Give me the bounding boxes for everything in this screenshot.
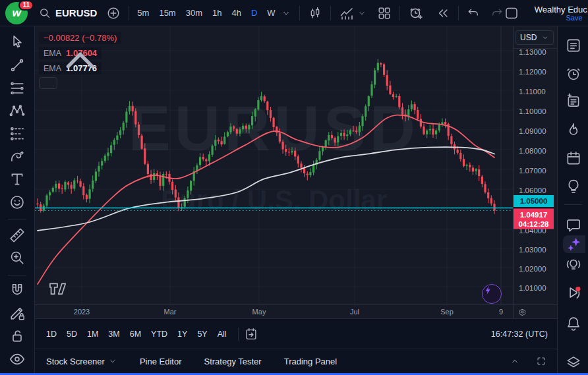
interval-5m[interactable]: 5m — [137, 8, 149, 18]
ideas-bulb-button[interactable] — [564, 177, 582, 195]
instant-trading-button[interactable] — [482, 284, 502, 304]
drawing-toolbar — [0, 26, 35, 373]
divider — [458, 6, 459, 20]
object-tree-layers-button[interactable] — [564, 353, 582, 371]
tab-trading-panel[interactable]: Trading Panel — [284, 357, 337, 366]
chart-style-icon[interactable] — [308, 6, 322, 20]
tab-stock-screener[interactable]: Stock Screener — [46, 357, 117, 366]
cursor-tool[interactable] — [8, 34, 26, 51]
price-axis[interactable]: USD 1.130001.120001.110001.100001.090001… — [513, 26, 557, 304]
chevron-up-icon — [44, 79, 53, 88]
zoom-in-tool[interactable] — [8, 249, 26, 267]
indicators-icon[interactable] — [339, 5, 355, 21]
range-3m[interactable]: 3M — [108, 330, 119, 339]
chart-pane[interactable]: EURUSD Euro / U.S. Dollar −0.00822 (−0.7… — [35, 26, 513, 304]
live-ideas-button[interactable] — [564, 255, 582, 273]
account-logo[interactable]: w 11 — [5, 2, 28, 24]
notifications-bell-icon — [565, 315, 582, 332]
streams-icon — [565, 284, 582, 301]
streams-button[interactable] — [564, 283, 582, 301]
account-name: Wealthy Educ... — [535, 5, 588, 14]
ideas-bulb-icon — [565, 178, 582, 195]
compare-add-icon[interactable] — [106, 6, 121, 20]
xabcd-pattern-tool[interactable] — [8, 102, 26, 120]
time-axis[interactable]: 2023MarMayJulSep9 — [35, 304, 513, 318]
hotlist-flame-button[interactable] — [564, 121, 582, 138]
gear-icon[interactable] — [518, 308, 527, 316]
tab-strategy-tester[interactable]: Strategy Tester — [204, 357, 261, 366]
tradingview-app: w 11 EURUSD 5m15m30m1h4hDW Wealthy Educ.… — [0, 0, 588, 375]
time-tick: Sep — [440, 308, 454, 316]
tradingview-logo[interactable] — [44, 279, 71, 298]
bar-replay-icon[interactable] — [436, 6, 450, 20]
range-6m[interactable]: 6M — [130, 330, 141, 339]
layout-grid-icon[interactable] — [377, 6, 392, 20]
range-1y[interactable]: 1Y — [177, 330, 187, 339]
account-menu[interactable]: Wealthy Educ... Save — [526, 5, 588, 22]
range-5d[interactable]: 5D — [67, 330, 77, 339]
notifications-bell-button[interactable] — [564, 314, 582, 332]
notification-badge: 11 — [18, 0, 34, 11]
right-sidebar — [557, 26, 588, 373]
divider — [299, 6, 300, 20]
range-all[interactable]: All — [218, 330, 227, 339]
search-icon[interactable] — [38, 7, 51, 20]
interval-4h[interactable]: 4h — [231, 8, 241, 18]
panel-expand-icon[interactable] — [510, 356, 520, 366]
brush-tool[interactable] — [8, 148, 26, 165]
range-1m[interactable]: 1M — [87, 330, 98, 339]
price-tick: 1.01000 — [519, 284, 546, 292]
price-tick: 1.09000 — [519, 127, 546, 135]
drawing-mode-lock-tool[interactable] — [8, 304, 26, 322]
interval-D[interactable]: D — [251, 8, 257, 18]
divider — [399, 6, 400, 20]
go-to-date-icon[interactable] — [244, 327, 258, 341]
time-tick: Jul — [350, 308, 359, 316]
hide-all-icon — [9, 351, 26, 368]
redo-icon[interactable] — [490, 7, 504, 20]
interval-30m[interactable]: 30m — [186, 8, 202, 18]
emoji-tool[interactable] — [8, 194, 26, 212]
magnet-tool[interactable] — [8, 281, 26, 299]
currency-dropdown[interactable]: USD — [515, 30, 554, 45]
panel-maximize-icon[interactable] — [536, 356, 546, 366]
hide-all-tool[interactable] — [8, 350, 26, 368]
watchlist-button[interactable] — [564, 36, 582, 54]
utc-clock[interactable]: 16:47:32 (UTC) — [491, 330, 548, 339]
interval-W[interactable]: W — [267, 8, 275, 18]
xabcd-pattern-icon — [9, 102, 26, 119]
tab-pine-editor[interactable]: Pine Editor — [140, 357, 182, 366]
trend-line-tool[interactable] — [8, 57, 26, 74]
price-tick: 1.06000 — [519, 187, 546, 194]
cursor-icon — [9, 34, 26, 51]
interval-menu-chevron-icon[interactable] — [281, 8, 291, 18]
alerts-clock-button[interactable] — [564, 65, 582, 82]
ruler-tool[interactable] — [8, 226, 26, 244]
notes-button[interactable] — [564, 92, 582, 109]
save-link[interactable]: Save — [566, 14, 588, 22]
price-tick: 1.07000 — [519, 167, 546, 175]
chat-button[interactable] — [564, 216, 582, 234]
price-tick: 1.08000 — [519, 147, 546, 155]
save-layout-icon[interactable] — [504, 5, 519, 21]
legend-collapse-button[interactable] — [39, 77, 57, 89]
price-tick: 1.02000 — [519, 265, 546, 273]
range-1d[interactable]: 1D — [46, 330, 57, 339]
range-5y[interactable]: 5Y — [197, 330, 207, 339]
undo-icon[interactable] — [467, 7, 480, 20]
indicators-menu-chevron-icon[interactable] — [357, 9, 367, 18]
lock-all-tool[interactable] — [8, 328, 26, 345]
create-alert-icon[interactable] — [408, 5, 424, 21]
interval-15m[interactable]: 15m — [159, 8, 175, 18]
calendar-button[interactable] — [564, 149, 582, 167]
price-tick: 1.13000 — [519, 48, 546, 56]
range-ytd[interactable]: YTD — [151, 330, 167, 339]
symbol-button[interactable]: EURUSD — [55, 7, 97, 18]
ai-assistant-button[interactable] — [563, 235, 585, 253]
fib-lines-tool[interactable] — [8, 79, 26, 97]
time-tick: Mar — [164, 308, 177, 316]
text-tool[interactable] — [8, 171, 26, 188]
interval-1h[interactable]: 1h — [212, 8, 221, 18]
alerts-clock-icon — [565, 65, 582, 82]
forecast-tool[interactable] — [8, 125, 26, 143]
